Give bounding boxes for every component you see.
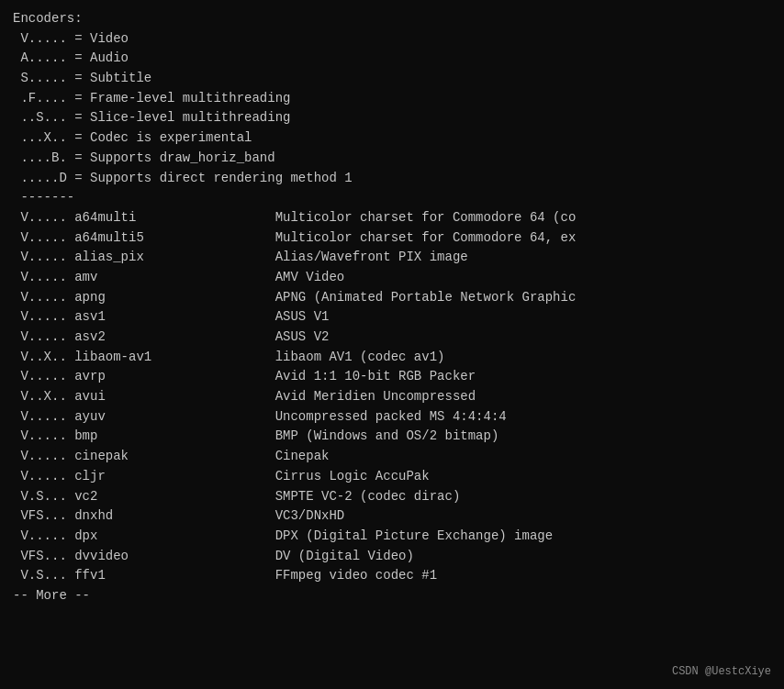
legend-experimental: ...X.. = Codec is experimental [13,128,771,149]
legend-horiz-code: ....B. [13,150,67,165]
enc-a64multi: V..... a64multi Multicolor charset for C… [13,208,771,228]
separator: ------- [13,188,771,208]
enc-ffv1: V.S... ffv1 FFmpeg video codec #1 [13,566,771,586]
more-line: -- More -- [13,586,771,606]
legend-exp-code: ...X.. [13,130,67,145]
enc-bmp: V..... bmp BMP (Windows and OS/2 bitmap) [13,427,771,447]
legend-video: V..... = Video [13,29,771,50]
enc-apng: V..... apng APNG (Animated Portable Netw… [13,288,771,308]
enc-vc2: V.S... vc2 SMPTE VC-2 (codec dirac) [13,487,771,507]
enc-a64multi5: V..... a64multi5 Multicolor charset for … [13,228,771,249]
legend-frame-desc: = Frame-level multithreading [67,91,291,106]
enc-ayuv: V..... ayuv Uncompressed packed MS 4:4:4… [13,407,771,428]
enc-cinepak: V..... cinepak Cinepak [13,447,771,467]
enc-dnxhd: VFS... dnxhd VC3/DNxHD [13,506,771,527]
legend-horiz-desc: = Supports draw_horiz_band [67,150,275,165]
legend-subtitle-desc: = Subtitle [67,71,151,85]
enc-asv2: V..... asv2 ASUS V2 [13,328,771,348]
watermark: CSDN @UestcXiye [672,665,771,678]
legend-direct-desc: = Supports direct rendering method 1 [67,171,353,185]
legend-frame: .F.... = Frame-level multithreading [13,89,771,109]
enc-avrp: V..... avrp Avid 1:1 10-bit RGB Packer [13,367,771,387]
legend-audio-code: A..... [13,50,67,65]
enc-avui: V..X.. avui Avid Meridien Uncompressed [13,387,771,407]
legend-frame-code: .F.... [13,91,67,106]
legend-exp-desc: = Codec is experimental [67,130,252,145]
terminal-window: Encoders: V..... = Video A..... = Audio … [0,0,784,689]
enc-alias-pix: V..... alias_pix Alias/Wavefront PIX ima… [13,248,771,268]
legend-slice-desc: = Slice-level multithreading [67,110,291,125]
legend-video-code: V..... [13,31,67,46]
legend-subtitle: S..... = Subtitle [13,69,771,89]
legend-horiz: ....B. = Supports draw_horiz_band [13,149,771,169]
enc-libaom-av1: V..X.. libaom-av1 libaom AV1 (codec av1) [13,348,771,368]
legend-subtitle-code: S..... [13,71,67,85]
enc-dvvideo: VFS... dvvideo DV (Digital Video) [13,547,771,567]
legend-video-desc: = Video [67,31,129,46]
legend-direct: .....D = Supports direct rendering metho… [13,169,771,189]
enc-cljr: V..... cljr Cirrus Logic AccuPak [13,467,771,487]
legend-slice: ..S... = Slice-level multithreading [13,108,771,128]
legend-audio: A..... = Audio [13,49,771,69]
enc-amv: V..... amv AMV Video [13,268,771,288]
enc-asv1: V..... asv1 ASUS V1 [13,307,771,328]
encoders-title: Encoders: [13,9,771,29]
legend-audio-desc: = Audio [67,50,129,65]
legend-direct-code: .....D [13,171,67,185]
legend-slice-code: ..S... [13,110,67,125]
enc-dpx: V..... dpx DPX (Digital Picture Exchange… [13,527,771,547]
